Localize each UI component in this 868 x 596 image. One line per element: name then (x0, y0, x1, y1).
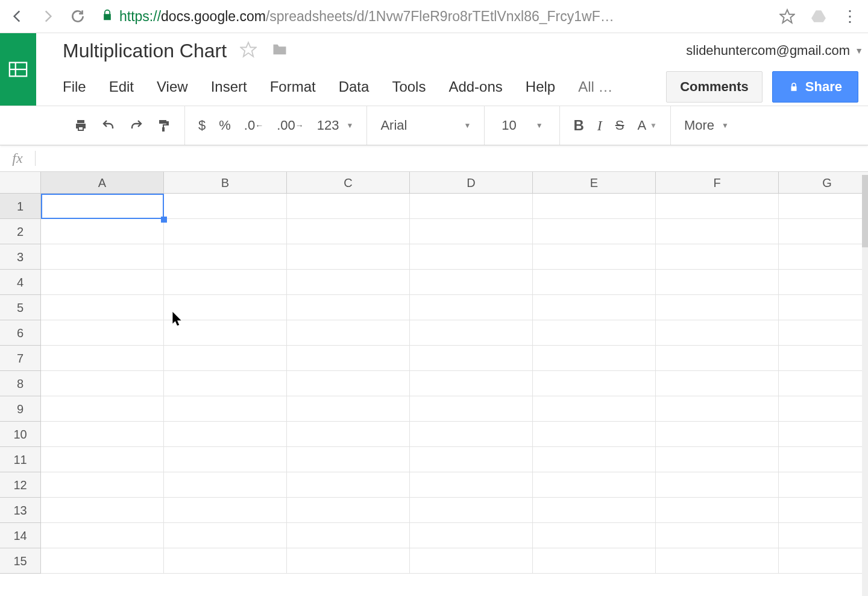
cell[interactable] (410, 346, 533, 371)
cell[interactable] (287, 548, 410, 574)
cell[interactable] (41, 270, 164, 295)
folder-icon[interactable] (270, 41, 289, 60)
format-currency-button[interactable]: $ (198, 118, 206, 133)
cell[interactable] (779, 320, 868, 346)
cell[interactable] (287, 346, 410, 371)
cells-area[interactable]: /* rows injected below by small loop */ (41, 194, 868, 574)
document-title[interactable]: Multiplication Chart (63, 40, 227, 62)
comments-button[interactable]: Comments (666, 71, 763, 103)
col-header-c[interactable]: C (287, 172, 410, 194)
col-header-e[interactable]: E (533, 172, 656, 194)
cell[interactable] (164, 447, 287, 472)
font-family-dropdown[interactable]: Arial▼ (380, 118, 471, 133)
toolbar-more-dropdown[interactable]: More▼ (684, 118, 729, 133)
cell[interactable] (164, 498, 287, 523)
drive-sync-icon[interactable] (807, 8, 831, 24)
cell[interactable] (41, 346, 164, 371)
row-header-10[interactable]: 10 (0, 422, 41, 447)
row-header-2[interactable]: 2 (0, 219, 41, 244)
cell[interactable] (656, 194, 779, 219)
cell[interactable] (410, 371, 533, 396)
cell[interactable] (779, 346, 868, 371)
row-header-4[interactable]: 4 (0, 270, 41, 295)
cell[interactable] (41, 498, 164, 523)
cell[interactable] (287, 371, 410, 396)
cell[interactable] (779, 194, 868, 219)
cell[interactable] (779, 422, 868, 447)
cell[interactable] (164, 270, 287, 295)
cell[interactable] (287, 472, 410, 498)
cell[interactable] (656, 548, 779, 574)
cell[interactable] (287, 219, 410, 244)
cell[interactable] (533, 295, 656, 320)
cell[interactable] (41, 472, 164, 498)
row-header-6[interactable]: 6 (0, 320, 41, 346)
cell[interactable] (656, 422, 779, 447)
cell[interactable] (410, 548, 533, 574)
cell[interactable] (164, 396, 287, 422)
menu-file[interactable]: File (63, 78, 86, 95)
cell[interactable] (779, 472, 868, 498)
cell[interactable] (41, 422, 164, 447)
col-header-f[interactable]: F (656, 172, 779, 194)
scroll-thumb[interactable] (862, 175, 868, 247)
cell[interactable] (164, 422, 287, 447)
cell[interactable] (164, 523, 287, 548)
cell[interactable] (533, 320, 656, 346)
cell[interactable] (410, 320, 533, 346)
cell[interactable] (533, 194, 656, 219)
cell[interactable] (533, 346, 656, 371)
cell[interactable] (287, 498, 410, 523)
row-header-3[interactable]: 3 (0, 244, 41, 270)
cell[interactable] (410, 244, 533, 270)
selection-fill-handle[interactable] (161, 217, 167, 223)
row-header-8[interactable]: 8 (0, 371, 41, 396)
cell[interactable] (656, 371, 779, 396)
cell[interactable] (41, 219, 164, 244)
undo-icon[interactable] (101, 118, 116, 133)
menu-data[interactable]: Data (339, 78, 370, 95)
strikethrough-button[interactable]: S (615, 118, 624, 133)
star-icon[interactable] (240, 41, 257, 60)
cell[interactable] (779, 548, 868, 574)
cell[interactable] (533, 447, 656, 472)
cell[interactable] (410, 523, 533, 548)
cell[interactable] (410, 396, 533, 422)
col-header-b[interactable]: B (164, 172, 287, 194)
cell[interactable] (656, 295, 779, 320)
cell[interactable] (656, 498, 779, 523)
bookmark-star-icon[interactable] (775, 8, 799, 24)
cell[interactable] (41, 244, 164, 270)
cell[interactable] (164, 548, 287, 574)
paint-format-icon[interactable] (157, 118, 171, 133)
cell[interactable] (656, 270, 779, 295)
row-header-13[interactable]: 13 (0, 498, 41, 523)
cell[interactable] (164, 472, 287, 498)
cell[interactable] (533, 498, 656, 523)
cell[interactable] (41, 295, 164, 320)
menu-tools[interactable]: Tools (392, 78, 426, 95)
cell[interactable] (41, 548, 164, 574)
cell[interactable] (533, 472, 656, 498)
redo-icon[interactable] (129, 118, 143, 133)
cell[interactable] (287, 244, 410, 270)
cell[interactable] (656, 219, 779, 244)
cell[interactable] (779, 447, 868, 472)
browser-back-button[interactable] (6, 5, 29, 28)
cell[interactable] (533, 244, 656, 270)
select-all-cell[interactable] (0, 172, 41, 194)
menu-format[interactable]: Format (270, 78, 316, 95)
cell[interactable] (779, 270, 868, 295)
text-color-button[interactable]: A ▼ (637, 118, 657, 133)
cell[interactable] (41, 447, 164, 472)
col-header-g[interactable]: G (779, 172, 868, 194)
row-header-7[interactable]: 7 (0, 346, 41, 371)
format-percent-button[interactable]: % (219, 118, 231, 133)
row-header-5[interactable]: 5 (0, 295, 41, 320)
row-header-11[interactable]: 11 (0, 447, 41, 472)
menu-insert[interactable]: Insert (211, 78, 247, 95)
cell[interactable] (779, 523, 868, 548)
cell[interactable] (779, 219, 868, 244)
cell[interactable] (164, 346, 287, 371)
menu-addons[interactable]: Add-ons (448, 78, 502, 95)
